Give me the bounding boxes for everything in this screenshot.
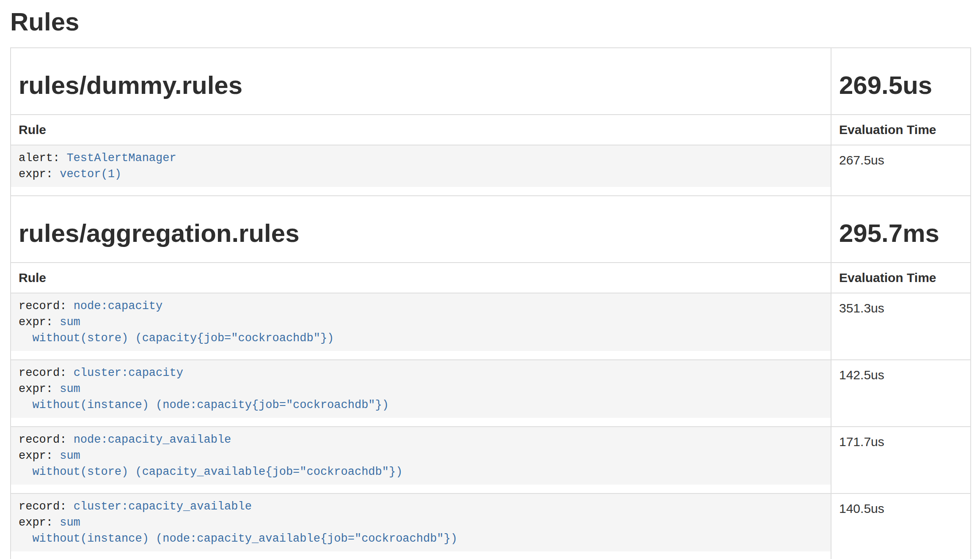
rule-evaluation-time-cell: 140.5us xyxy=(831,493,971,559)
rule-expression-link[interactable]: without(instance) (node:capacity{job="co… xyxy=(19,399,389,411)
rule-group-header-row: rules/aggregation.rules295.7ms xyxy=(11,196,971,263)
rule-group-header-row: rules/dummy.rules269.5us xyxy=(11,48,971,115)
rule-expression-link[interactable]: cluster:capacity xyxy=(74,367,183,379)
rule-evaluation-time-cell: 171.7us xyxy=(831,427,971,493)
rule-keyword-label: expr: xyxy=(19,316,53,329)
rule-row: record: cluster:capacity_available expr:… xyxy=(11,493,971,559)
rule-group-file-cell: rules/dummy.rules xyxy=(11,48,831,115)
rule-column-header: Rule xyxy=(11,263,831,293)
rule-evaluation-time: 267.5us xyxy=(839,153,884,167)
rule-definition: alert: TestAlertManager expr: vector(1) xyxy=(11,145,831,187)
rule-expression-link[interactable]: TestAlertManager xyxy=(66,152,176,164)
rules-table-body: rules/dummy.rules269.5usRuleEvaluation T… xyxy=(11,48,971,559)
rule-column-header: Rule xyxy=(11,115,831,145)
rule-evaluation-time-cell: 267.5us xyxy=(831,145,971,196)
rule-keyword-label: record: xyxy=(19,500,66,513)
rule-group-eval-cell: 269.5us xyxy=(831,48,971,115)
rules-page: Rules rules/dummy.rules269.5usRuleEvalua… xyxy=(10,8,971,559)
rule-expression-link[interactable]: without(instance) (node:capacity_availab… xyxy=(19,532,457,545)
rule-cell: record: cluster:capacity_available expr:… xyxy=(11,493,831,559)
column-header-row: RuleEvaluation Time xyxy=(11,263,971,293)
rule-cell: record: node:capacity expr: sum without(… xyxy=(11,293,831,360)
evaluation-time-column-header: Evaluation Time xyxy=(831,115,971,145)
rule-evaluation-time-cell: 142.5us xyxy=(831,360,971,427)
rule-group-eval-cell: 295.7ms xyxy=(831,196,971,263)
column-header-row: RuleEvaluation Time xyxy=(11,115,971,145)
rule-row: record: node:capacity expr: sum without(… xyxy=(11,293,971,360)
rule-expression-link[interactable]: node:capacity_available xyxy=(74,433,231,446)
rule-expression-link[interactable]: cluster:capacity_available xyxy=(74,500,252,513)
rule-expression-link[interactable]: node:capacity xyxy=(74,300,163,312)
rule-keyword-label: record: xyxy=(19,367,66,379)
rule-definition: record: node:capacity expr: sum without(… xyxy=(11,293,831,351)
rule-expression-link[interactable]: without(store) (capacity_available{job="… xyxy=(19,466,402,478)
rule-evaluation-time-cell: 351.3us xyxy=(831,293,971,360)
rule-keyword-label: record: xyxy=(19,300,66,312)
rule-keyword-label: record: xyxy=(19,433,66,446)
rule-cell: record: node:capacity_available expr: su… xyxy=(11,427,831,493)
rule-evaluation-time: 140.5us xyxy=(839,501,884,515)
rule-cell: record: cluster:capacity expr: sum witho… xyxy=(11,360,831,427)
rule-expression-link[interactable]: vector(1) xyxy=(60,168,121,181)
rule-expression-link[interactable]: sum xyxy=(60,516,80,529)
rule-keyword-label: alert: xyxy=(19,152,60,164)
rule-keyword-label: expr: xyxy=(19,383,53,395)
rule-evaluation-time: 351.3us xyxy=(839,301,884,315)
rule-evaluation-time: 142.5us xyxy=(839,368,884,382)
rule-group-file: rules/aggregation.rules xyxy=(19,220,823,247)
rule-group-file-cell: rules/aggregation.rules xyxy=(11,196,831,263)
rule-row: alert: TestAlertManager expr: vector(1)2… xyxy=(11,145,971,196)
rule-group-evaluation-time: 295.7ms xyxy=(839,220,963,247)
rule-keyword-label: expr: xyxy=(19,516,53,529)
rule-expression-link[interactable]: sum xyxy=(60,316,80,329)
rule-expression-link[interactable]: without(store) (capacity{job="cockroachd… xyxy=(19,332,334,345)
rule-evaluation-time: 171.7us xyxy=(839,435,884,449)
rule-definition: record: cluster:capacity expr: sum witho… xyxy=(11,360,831,418)
rule-definition: record: node:capacity_available expr: su… xyxy=(11,427,831,485)
rules-table: rules/dummy.rules269.5usRuleEvaluation T… xyxy=(10,47,971,559)
rule-expression-link[interactable]: sum xyxy=(60,383,80,395)
rule-group-evaluation-time: 269.5us xyxy=(839,72,963,99)
rule-row: record: cluster:capacity expr: sum witho… xyxy=(11,360,971,427)
rule-row: record: node:capacity_available expr: su… xyxy=(11,427,971,493)
rule-definition: record: cluster:capacity_available expr:… xyxy=(11,494,831,551)
evaluation-time-column-header: Evaluation Time xyxy=(831,263,971,293)
page-title: Rules xyxy=(10,8,971,36)
rule-keyword-label: expr: xyxy=(19,168,53,181)
rule-cell: alert: TestAlertManager expr: vector(1) xyxy=(11,145,831,196)
rule-keyword-label: expr: xyxy=(19,449,53,462)
rule-group-file: rules/dummy.rules xyxy=(19,72,823,99)
rule-expression-link[interactable]: sum xyxy=(60,449,80,462)
